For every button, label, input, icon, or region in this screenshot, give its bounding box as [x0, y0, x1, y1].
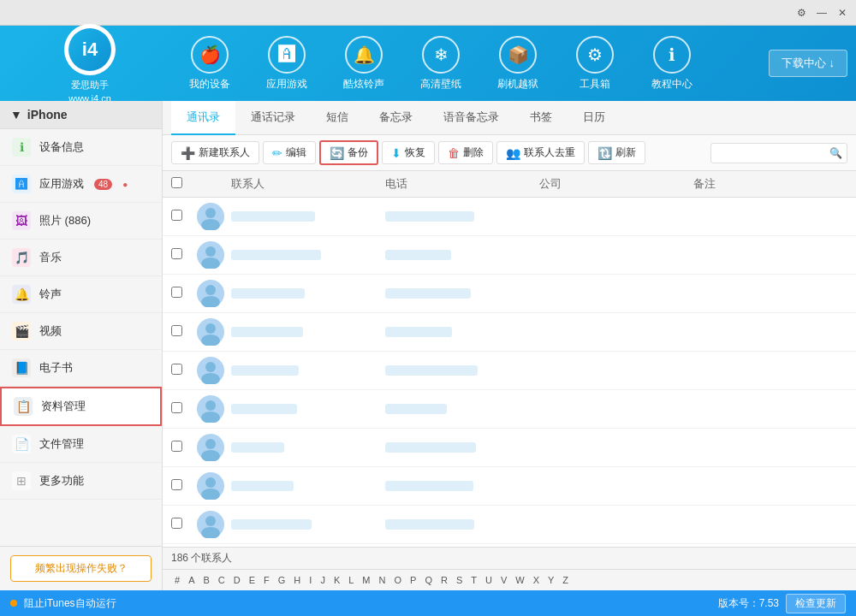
- tab-bookmarks[interactable]: 书签: [514, 101, 568, 135]
- settings-icon[interactable]: ⚙: [794, 6, 808, 20]
- alpha-item[interactable]: B: [199, 573, 212, 587]
- nav-wallpaper[interactable]: ❄ 高清壁纸: [402, 26, 479, 101]
- table-row[interactable]: [163, 198, 856, 236]
- sidebar-item-more[interactable]: ⊞ 更多功能: [0, 463, 162, 500]
- alpha-item[interactable]: J: [317, 573, 329, 587]
- alpha-item[interactable]: G: [275, 573, 289, 587]
- table-row[interactable]: [163, 429, 856, 467]
- alpha-item[interactable]: V: [497, 573, 510, 587]
- nav-jailbreak[interactable]: 📦 刷机越狱: [479, 26, 556, 101]
- tab-memo[interactable]: 备忘录: [364, 101, 428, 135]
- table-row[interactable]: [163, 275, 856, 313]
- sidebar-item-ebook[interactable]: 📘 电子书: [0, 350, 162, 387]
- alpha-item[interactable]: U: [482, 573, 496, 587]
- alpha-item[interactable]: W: [512, 573, 527, 587]
- row-checkbox[interactable]: [171, 479, 182, 490]
- nav-my-device[interactable]: 🍎 我的设备: [171, 26, 248, 101]
- row-checkbox[interactable]: [171, 210, 182, 221]
- row-checkbox[interactable]: [171, 325, 182, 336]
- row-checkbox[interactable]: [171, 518, 182, 529]
- tab-call-log[interactable]: 通话记录: [235, 101, 311, 135]
- download-center-button[interactable]: 下载中心 ↓: [769, 50, 847, 77]
- alpha-item[interactable]: Q: [421, 573, 436, 587]
- col-phone-header: 电话: [385, 176, 539, 192]
- table-row[interactable]: [163, 506, 856, 544]
- refresh-button[interactable]: 🔃 刷新: [588, 141, 645, 164]
- alpha-item[interactable]: T: [467, 573, 480, 587]
- tab-calendar[interactable]: 日历: [568, 101, 621, 135]
- close-icon[interactable]: ✕: [835, 6, 849, 20]
- alpha-item[interactable]: Z: [559, 573, 572, 587]
- row-checkbox[interactable]: [171, 248, 182, 259]
- alpha-item[interactable]: M: [359, 573, 373, 587]
- alpha-item[interactable]: H: [290, 573, 304, 587]
- alpha-item[interactable]: L: [345, 573, 357, 587]
- row-checkbox[interactable]: [171, 364, 182, 375]
- minimize-icon[interactable]: —: [815, 6, 829, 20]
- sidebar-item-data-manage[interactable]: 📋 资料管理: [0, 387, 162, 426]
- contact-name-text: [231, 211, 315, 222]
- delete-button[interactable]: 🗑 删除: [438, 141, 493, 164]
- sidebar-item-video[interactable]: 🎬 视频: [0, 313, 162, 350]
- table-row[interactable]: [163, 390, 856, 429]
- sidebar-item-music[interactable]: 🎵 音乐: [0, 240, 162, 276]
- row-check[interactable]: [171, 441, 197, 454]
- alpha-item[interactable]: A: [185, 573, 198, 587]
- row-checkbox[interactable]: [171, 402, 182, 413]
- merge-button[interactable]: 👥 联系人去重: [496, 141, 585, 164]
- error-button[interactable]: 频繁出现操作失败？: [10, 555, 152, 582]
- row-checkbox[interactable]: [171, 441, 182, 452]
- table-row[interactable]: [163, 236, 856, 275]
- sidebar-item-apps[interactable]: 🅰 应用游戏 48 ●: [0, 166, 162, 203]
- restore-button[interactable]: ⬇ 恢复: [382, 141, 435, 164]
- row-check[interactable]: [171, 325, 197, 339]
- alpha-item[interactable]: K: [330, 573, 343, 587]
- merge-icon: 👥: [506, 146, 520, 160]
- nav-apps-games[interactable]: 🅰 应用游戏: [248, 26, 325, 101]
- tab-contacts[interactable]: 通讯录: [171, 101, 235, 135]
- table-row[interactable]: [163, 352, 856, 390]
- edit-button[interactable]: ✏ 编辑: [263, 141, 316, 164]
- row-check[interactable]: [171, 518, 197, 531]
- alpha-item[interactable]: P: [407, 573, 419, 587]
- backup-button[interactable]: 🔄 备份: [319, 140, 378, 165]
- alpha-item[interactable]: F: [260, 573, 273, 587]
- alpha-item[interactable]: S: [453, 573, 466, 587]
- alpha-item[interactable]: X: [530, 573, 543, 587]
- nav-toolbox[interactable]: ⚙ 工具箱: [556, 26, 633, 101]
- alpha-item[interactable]: O: [390, 573, 405, 587]
- select-all-checkbox[interactable]: [171, 177, 182, 188]
- sidebar-item-photos[interactable]: 🖼 照片 (886): [0, 203, 162, 240]
- alpha-item[interactable]: D: [230, 573, 244, 587]
- col-check[interactable]: [171, 177, 197, 191]
- ringtone-icon: 🔔: [12, 285, 31, 304]
- row-check[interactable]: [171, 210, 197, 223]
- table-row[interactable]: [163, 313, 856, 352]
- nav-tutorial[interactable]: ℹ 教程中心: [633, 26, 710, 101]
- alpha-item[interactable]: C: [215, 573, 229, 587]
- alpha-item[interactable]: R: [437, 573, 451, 587]
- row-check[interactable]: [171, 248, 197, 262]
- alpha-item[interactable]: N: [376, 573, 389, 587]
- contact-name: [231, 442, 385, 453]
- row-checkbox[interactable]: [171, 287, 182, 298]
- row-check[interactable]: [171, 402, 197, 416]
- alpha-item[interactable]: Y: [544, 573, 557, 587]
- search-input[interactable]: [710, 143, 847, 163]
- new-contact-button[interactable]: ➕ 新建联系人: [171, 141, 259, 164]
- alpha-item[interactable]: I: [306, 573, 315, 587]
- tab-voice-memo[interactable]: 语音备忘录: [428, 101, 514, 135]
- tab-sms[interactable]: 短信: [311, 101, 364, 135]
- sidebar-item-device-info[interactable]: ℹ 设备信息: [0, 129, 162, 166]
- device-info-icon: ℹ: [12, 138, 31, 157]
- sidebar-item-file-manage[interactable]: 📄 文件管理: [0, 426, 162, 463]
- alpha-item[interactable]: #: [171, 573, 183, 587]
- table-row[interactable]: [163, 467, 856, 506]
- row-check[interactable]: [171, 364, 197, 377]
- row-check[interactable]: [171, 287, 197, 300]
- nav-ringtone[interactable]: 🔔 酷炫铃声: [325, 26, 402, 101]
- check-update-button[interactable]: 检查更新: [786, 594, 846, 613]
- row-check[interactable]: [171, 479, 197, 493]
- sidebar-item-ringtone[interactable]: 🔔 铃声: [0, 276, 162, 313]
- alpha-item[interactable]: E: [246, 573, 259, 587]
